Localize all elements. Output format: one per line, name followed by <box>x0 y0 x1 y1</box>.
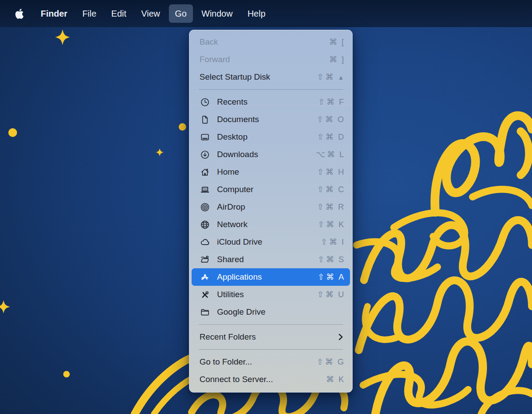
menu-separator <box>199 89 343 90</box>
shortcut-key: A <box>339 272 344 282</box>
menu-item-utilities[interactable]: Utilities ⇧⌘U <box>192 286 350 303</box>
menu-item-recent-folders[interactable]: Recent Folders <box>192 328 350 346</box>
home-icon <box>200 167 210 177</box>
shortcut-key: ] <box>342 55 344 64</box>
menubar-item-edit[interactable]: Edit <box>105 4 132 23</box>
menu-item-label: Go to Folder... <box>200 357 252 367</box>
shortcut-modifiers: ⇧⌘ <box>321 237 339 247</box>
menu-item-label: iCloud Drive <box>217 237 262 247</box>
menubar-item-window[interactable]: Window <box>196 4 239 23</box>
menubar-item-view[interactable]: View <box>135 4 166 23</box>
shortcut-key: H <box>338 167 344 177</box>
shortcut-key: F <box>339 97 344 107</box>
menu-item-downloads[interactable]: Downloads ⌥⌘L <box>192 146 350 163</box>
shortcut-modifiers: ⌘ <box>329 55 339 64</box>
menu-item-label: Shared <box>217 255 244 264</box>
shortcut: ⌘] <box>329 55 344 64</box>
menu-separator <box>199 349 343 350</box>
shortcut-modifiers: ⇧⌘ <box>317 357 335 367</box>
menubar-item-go[interactable]: Go <box>169 4 193 23</box>
shortcut-modifiers: ⇧⌘ <box>318 255 336 264</box>
menu-item-home[interactable]: Home ⇧⌘H <box>192 163 350 181</box>
menu-item-label: Computer <box>217 185 253 194</box>
menu-item-go-to-folder[interactable]: Go to Folder... ⇧⌘G <box>192 353 350 371</box>
shortcut-key: S <box>339 255 344 264</box>
shortcut-modifiers: ⇧⌘ <box>317 132 336 142</box>
shortcut-key: C <box>338 185 344 194</box>
menu-item-documents[interactable]: Documents ⇧⌘O <box>192 111 350 128</box>
shortcut-modifiers: ⇧⌘ <box>318 272 336 282</box>
menu-item-label: Back <box>200 37 218 47</box>
menu-item-label: Recent Folders <box>200 332 256 342</box>
menubar-item-finder[interactable]: Finder <box>35 4 74 23</box>
shortcut: ⇧⌘I <box>321 237 344 247</box>
sparkle-stars <box>0 29 186 378</box>
menu-item-label: Network <box>217 220 248 229</box>
shortcut: ⌘[ <box>329 37 344 47</box>
globe-icon <box>200 219 210 230</box>
shortcut-key: O <box>338 115 344 124</box>
shortcut-key: L <box>340 150 344 159</box>
shortcut-modifiers: ⌘ <box>326 375 336 384</box>
menu-item-label: Desktop <box>217 132 248 142</box>
menu-item-select-startup-disk[interactable]: Select Startup Disk ⇧⌘▲ <box>192 68 350 86</box>
menu-item-label: Utilities <box>217 290 244 299</box>
shortcut-modifiers: ⌥⌘ <box>316 150 337 159</box>
menu-item-label: Recents <box>217 97 248 107</box>
chevron-right-icon <box>337 333 344 341</box>
shortcut-modifiers: ⇧⌘ <box>318 220 336 229</box>
menu-item-label: Documents <box>217 115 259 124</box>
clock-icon <box>200 97 210 107</box>
appstore-icon <box>200 272 210 282</box>
shortcut-key: K <box>339 375 344 384</box>
menu-item-back: Back ⌘[ <box>192 33 350 51</box>
shortcut-key: U <box>338 290 344 299</box>
menu-item-shared[interactable]: Shared ⇧⌘S <box>192 251 350 268</box>
menu-item-desktop[interactable]: Desktop ⇧⌘D <box>192 128 350 146</box>
shortcut-key: G <box>338 357 344 367</box>
shortcut: ⇧⌘C <box>317 185 344 194</box>
shortcut-key: [ <box>342 37 344 47</box>
menu-item-label: Applications <box>217 272 262 282</box>
airdrop-icon <box>200 202 210 212</box>
shortcut-modifiers: ⇧⌘ <box>317 185 336 194</box>
shortcut: ⇧⌘H <box>317 167 344 177</box>
shortcut-modifiers: ⇧⌘ <box>318 97 336 107</box>
menu-item-recents[interactable]: Recents ⇧⌘F <box>192 93 350 111</box>
menu-item-label: Connect to Server... <box>200 375 273 384</box>
menu-item-label: Google Drive <box>217 307 266 317</box>
shortcut: ⇧⌘O <box>317 115 344 124</box>
menu-item-computer[interactable]: Computer ⇧⌘C <box>192 181 350 198</box>
menu-item-label: Select Startup Disk <box>200 72 270 82</box>
menu-item-network[interactable]: Network ⇧⌘K <box>192 216 350 233</box>
shortcut: ⌥⌘L <box>316 150 344 159</box>
shortcut: ⇧⌘K <box>318 220 344 229</box>
menu-bar: Finder File Edit View Go Window Help <box>0 0 532 27</box>
menu-separator <box>199 324 343 325</box>
menu-item-label: Downloads <box>217 150 258 159</box>
menu-item-google-drive[interactable]: Google Drive <box>192 303 350 321</box>
menu-item-connect-to-server[interactable]: Connect to Server... ⌘K <box>192 371 350 388</box>
shortcut-key: K <box>339 220 344 229</box>
menu-item-label: Home <box>217 167 239 177</box>
shortcut-modifiers: ⇧⌘ <box>317 202 336 212</box>
cloud-icon <box>200 237 210 247</box>
go-menu: Back ⌘[ Forward ⌘] Select Startup Disk ⇧… <box>189 30 353 393</box>
desktop-icon <box>200 132 210 142</box>
shortcut: ⇧⌘D <box>317 132 344 142</box>
menubar-item-file[interactable]: File <box>76 4 102 23</box>
shortcut-modifiers: ⇧⌘ <box>317 167 336 177</box>
laptop-icon <box>200 184 210 195</box>
shortcut-modifiers: ⇧⌘ <box>317 115 335 124</box>
shortcut-modifiers: ⇧⌘ <box>317 290 336 299</box>
document-icon <box>200 114 210 125</box>
shared-folder-icon <box>200 254 210 265</box>
menu-item-applications[interactable]: Applications ⇧⌘A <box>192 268 350 286</box>
menubar-item-help[interactable]: Help <box>242 4 272 23</box>
menu-item-icloud-drive[interactable]: iCloud Drive ⇧⌘I <box>192 233 350 251</box>
shortcut-key: D <box>338 132 344 142</box>
shortcut-key: R <box>338 202 344 212</box>
apple-menu[interactable] <box>10 4 29 23</box>
menu-item-airdrop[interactable]: AirDrop ⇧⌘R <box>192 198 350 216</box>
menu-item-label: Forward <box>200 55 230 64</box>
